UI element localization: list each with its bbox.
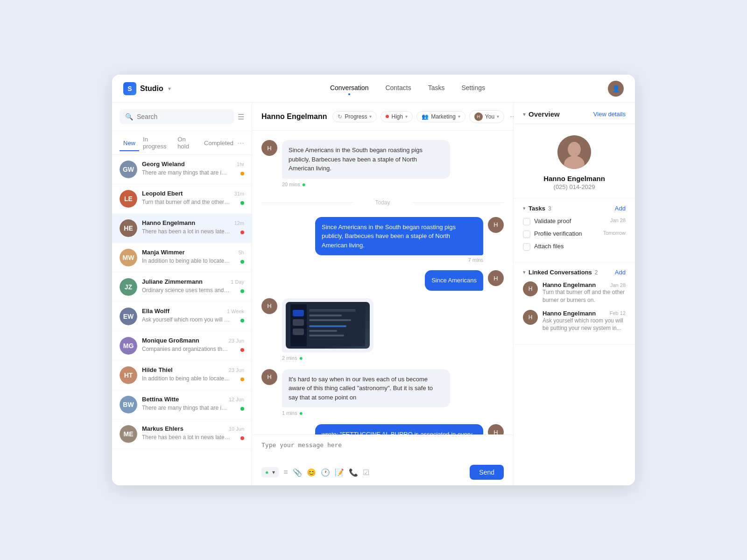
progress-label: Progress — [345, 113, 367, 120]
tabs-more-icon[interactable]: ··· — [237, 138, 244, 153]
conv-avatar-3: HE — [120, 219, 137, 237]
message-4: H — [261, 298, 504, 362]
team-icon: 👥 — [422, 113, 429, 120]
svg-rect-2 — [309, 309, 356, 312]
tab-in-progress[interactable]: In progress — [139, 136, 174, 154]
linked-info-1: Hanno Engelmann Jan 28 Turn that burner … — [543, 281, 626, 304]
conv-dot-6 — [240, 319, 244, 322]
tab-on-hold[interactable]: On hold — [174, 136, 200, 154]
conv-preview-4: In addition to being able to locate hard… — [142, 257, 231, 265]
task-checkbox-3[interactable] — [523, 243, 530, 251]
conv-preview-6: Ask yourself which room you will be putt… — [142, 316, 231, 324]
task-checkbox-2[interactable] — [523, 231, 530, 238]
tab-completed[interactable]: Completed — [200, 140, 237, 151]
message-2: H Since Americans in the South began roa… — [261, 217, 504, 263]
nav-contacts[interactable]: Contacts — [385, 84, 411, 93]
conv-avatar-2: LE — [120, 190, 137, 208]
filter-icon[interactable]: ☰ — [238, 112, 244, 121]
send-button[interactable]: Send — [470, 465, 504, 480]
message-input[interactable] — [261, 441, 504, 459]
conversation-item-8[interactable]: HT Hilde Thiel 23 Jun In addition to bei… — [112, 361, 252, 390]
conv-name-10: Markus Ehlers — [142, 425, 183, 432]
conv-time-7: 23 Jun — [229, 338, 244, 343]
conv-name-4: Manja Wimmer — [142, 249, 185, 256]
search-input-wrap[interactable]: 🔍 — [120, 109, 234, 124]
msg-bubble-5: It's hard to say when in our lives each … — [282, 369, 450, 408]
conversation-item-3[interactable]: HE Hanno Engelmann 12m There has been a … — [112, 214, 252, 243]
conversation-item-5[interactable]: JZ Juliane Zimmermann 1 Day Ordinary sci… — [112, 273, 252, 302]
priority-label: High — [391, 113, 403, 120]
svg-rect-6 — [309, 330, 337, 332]
date-divider: Today — [261, 199, 504, 206]
note-icon[interactable]: 📝 — [335, 468, 344, 477]
team-badge[interactable]: 👥 Marketing ▾ — [416, 111, 465, 122]
conv-header-4: Manja Wimmer 5h — [142, 249, 244, 256]
nav-conversation[interactable]: Conversation — [330, 84, 369, 93]
conversation-item-1[interactable]: GW Georg Wieland 1hr There are many thin… — [112, 155, 252, 184]
task-label-3: Attach files — [534, 243, 622, 250]
conversation-item-10[interactable]: ME Markus Ehlers 10 Jun There has been a… — [112, 420, 252, 449]
tasks-section: ▾ Tasks 3 Add Validate proof Jan 28 Prof… — [514, 198, 635, 262]
panel-collapse-icon[interactable]: ▾ — [523, 111, 526, 118]
linked-count: 2 — [595, 269, 598, 276]
linked-name-2: Hanno Engelmann — [543, 310, 596, 317]
nav-settings[interactable]: Settings — [461, 84, 485, 93]
message-6: H wrote: "FETTUCCINE AL BURRO is associa… — [261, 424, 504, 434]
logo-area[interactable]: S Studio ▾ — [123, 82, 207, 95]
conv-info-2: Leopold Ebert 31m Turn that burner off a… — [142, 190, 244, 208]
conversation-item-2[interactable]: LE Leopold Ebert 31m Turn that burner of… — [112, 184, 252, 214]
conv-preview-3: There has been a lot in news lately abou… — [142, 228, 231, 236]
view-details-link[interactable]: View details — [593, 111, 626, 118]
screenshot-bubble — [282, 298, 374, 352]
conv-dot-9 — [240, 407, 244, 411]
conv-header-1: Georg Wieland 1hr — [142, 161, 244, 168]
format-icon[interactable]: ≡ — [283, 468, 288, 476]
assignee-badge[interactable]: H You ▾ — [469, 110, 504, 123]
conversation-item-9[interactable]: BW Bettina Witte 12 Jun There are many t… — [112, 390, 252, 420]
user-avatar[interactable]: 👤 — [608, 81, 624, 97]
conv-time-2: 31m — [234, 191, 244, 196]
phone-icon[interactable]: 📞 — [349, 468, 358, 477]
task-checkbox-1[interactable] — [523, 218, 530, 225]
tasks-collapse-icon[interactable]: ▾ — [523, 205, 526, 211]
checkbox-icon[interactable]: ☑ — [363, 468, 369, 477]
assignee-icon: H — [474, 112, 483, 121]
tasks-add-button[interactable]: Add — [615, 205, 626, 212]
nav-tasks[interactable]: Tasks — [428, 84, 445, 93]
attach-icon[interactable]: 📎 — [293, 468, 302, 477]
tab-new[interactable]: New — [120, 140, 139, 151]
search-input[interactable] — [137, 113, 228, 120]
linked-add-button[interactable]: Add — [615, 269, 626, 276]
progress-badge[interactable]: ↻ Progress ▾ — [332, 111, 377, 122]
conv-dot-3 — [240, 231, 244, 234]
msg-meta-1: 20 mins ● — [282, 181, 450, 188]
clock-icon[interactable]: 🕐 — [321, 468, 330, 477]
conv-avatar-4: MW — [120, 249, 137, 266]
svg-rect-7 — [309, 335, 344, 336]
conv-name-8: Hilde Thiel — [142, 366, 173, 373]
conv-info-4: Manja Wimmer 5h In addition to being abl… — [142, 249, 244, 266]
linked-avatar-2: H — [523, 310, 538, 325]
whatsapp-icon-5: ● — [299, 409, 303, 417]
priority-badge[interactable]: High ▾ — [381, 111, 413, 122]
main-content: 🔍 ☰ New In progress On hold Completed ··… — [112, 103, 635, 485]
msg-avatar-4: H — [261, 298, 277, 314]
emoji-icon[interactable]: 😊 — [307, 468, 316, 477]
conversation-item-7[interactable]: MG Monique Großmann 23 Jun Companies and… — [112, 331, 252, 361]
linked-collapse-icon[interactable]: ▾ — [523, 269, 526, 275]
conv-time-3: 12m — [234, 220, 244, 226]
msg-bubble-2: Since Americans in the South began roast… — [315, 217, 483, 256]
task-item-2: Profile verification Tomorrow — [523, 230, 626, 238]
linked-date-2: Feb 12 — [610, 310, 626, 316]
conv-avatar-6: EW — [120, 308, 137, 325]
conv-header-10: Markus Ehlers 10 Jun — [142, 425, 244, 432]
conversation-item-6[interactable]: EW Ella Wolff 1 Week Ask yourself which … — [112, 302, 252, 331]
conv-info-10: Markus Ehlers 10 Jun There has been a lo… — [142, 425, 244, 443]
linked-name-row-1: Hanno Engelmann Jan 28 — [543, 281, 626, 288]
conv-avatar-7: MG — [120, 337, 137, 355]
whatsapp-selector[interactable]: ● ▾ — [261, 467, 279, 477]
conversation-item-4[interactable]: MW Manja Wimmer 5h In addition to being … — [112, 243, 252, 273]
conv-header-9: Bettina Witte 12 Jun — [142, 396, 244, 403]
screenshot-image — [286, 302, 370, 349]
conv-avatar-1: GW — [120, 161, 137, 178]
